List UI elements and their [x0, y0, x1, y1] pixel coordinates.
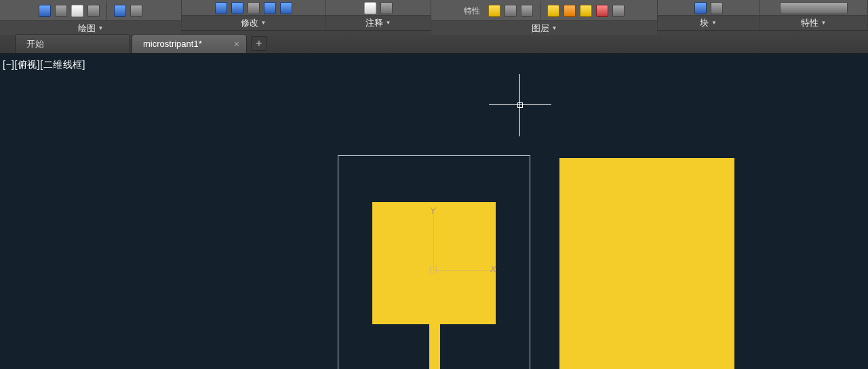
chevron-down-icon: ▼ — [261, 16, 267, 31]
ribbon-panel-block: 块 ▼ — [658, 0, 760, 30]
drawing-canvas[interactable]: [−][俯视][二维线框] Y X — [0, 54, 868, 369]
panel-label-text: 特性 — [801, 16, 818, 31]
modify-tool-icon[interactable] — [280, 2, 292, 14]
draw-tool-icon[interactable] — [55, 5, 67, 17]
modify-tool-icon[interactable] — [215, 2, 227, 14]
ribbon-panel-modify: 修改 ▼ — [182, 0, 326, 30]
chevron-down-icon: ▼ — [711, 16, 717, 31]
viewport-controls-label[interactable]: [−][俯视][二维线框] — [3, 59, 85, 71]
draw-tool-icon[interactable] — [71, 5, 83, 17]
modify-tool-icon[interactable] — [264, 2, 276, 14]
layer-tool-icon[interactable] — [596, 5, 608, 17]
feed-line[interactable] — [429, 324, 440, 369]
properties-combo[interactable] — [780, 2, 848, 14]
tab-drawing-file[interactable]: microstripant1* × — [132, 34, 247, 53]
ribbon-panel-label-layers[interactable]: 图层 ▼ — [431, 20, 657, 35]
layer-tool-icon[interactable] — [505, 5, 517, 17]
flyout-partial-label: 特性 — [464, 5, 480, 17]
plus-icon: + — [256, 37, 262, 50]
block-tool-icon[interactable] — [694, 2, 707, 14]
ribbon-strip: 绘图 ▼ 修改 ▼ 注释 ▼ 特性 — [0, 0, 868, 31]
close-icon[interactable]: × — [234, 39, 239, 49]
chevron-down-icon: ▼ — [552, 21, 557, 36]
ribbon-panel-draw: 绘图 ▼ — [0, 0, 182, 30]
ribbon-panel-properties: 特性 ▼ — [760, 0, 868, 30]
layer-tool-icon[interactable] — [564, 5, 576, 17]
ribbon-panel-label-draw[interactable]: 绘图 ▼ — [0, 20, 181, 35]
panel-label-text: 修改 — [241, 16, 258, 31]
new-tab-button[interactable]: + — [251, 36, 267, 51]
tab-label: microstripant1* — [143, 39, 202, 49]
draw-tool-icon[interactable] — [130, 5, 142, 17]
chevron-down-icon: ▼ — [386, 16, 391, 31]
layer-tool-icon[interactable] — [612, 5, 625, 17]
patch-square[interactable] — [372, 202, 496, 324]
annotate-tool-icon[interactable] — [380, 2, 393, 14]
layer-tool-icon[interactable] — [580, 5, 592, 17]
ribbon-panel-annotate: 注释 ▼ — [326, 0, 431, 30]
annotate-tool-icon[interactable] — [364, 2, 376, 14]
layer-tool-icon[interactable] — [521, 5, 533, 17]
ribbon-panel-layers: 特性 图层 ▼ — [431, 0, 658, 30]
layer-tool-icon[interactable] — [547, 5, 559, 17]
pickbox-icon — [517, 102, 523, 108]
draw-tool-icon[interactable] — [87, 5, 100, 17]
block-tool-icon[interactable] — [711, 2, 723, 14]
draw-tool-icon[interactable] — [114, 5, 126, 17]
draw-tool-icon[interactable] — [39, 5, 51, 17]
modify-tool-icon[interactable] — [248, 2, 260, 14]
chevron-down-icon: ▼ — [821, 16, 827, 31]
panel-label-text: 块 — [700, 16, 709, 31]
modify-tool-icon[interactable] — [231, 2, 243, 14]
ribbon-panel-label-modify[interactable]: 修改 ▼ — [182, 15, 325, 30]
panel-label-text: 注释 — [366, 16, 383, 31]
ground-plane-rect[interactable] — [559, 158, 734, 369]
tab-label: 开始 — [26, 38, 44, 50]
panel-label-text: 图层 — [532, 21, 549, 36]
ribbon-panel-label-annotate[interactable]: 注释 ▼ — [326, 15, 431, 30]
layer-tool-icon[interactable] — [488, 5, 500, 17]
ribbon-panel-label-block[interactable]: 块 ▼ — [658, 15, 759, 30]
ribbon-panel-label-properties[interactable]: 特性 ▼ — [760, 15, 867, 30]
tab-start[interactable]: 开始 — [15, 34, 130, 53]
